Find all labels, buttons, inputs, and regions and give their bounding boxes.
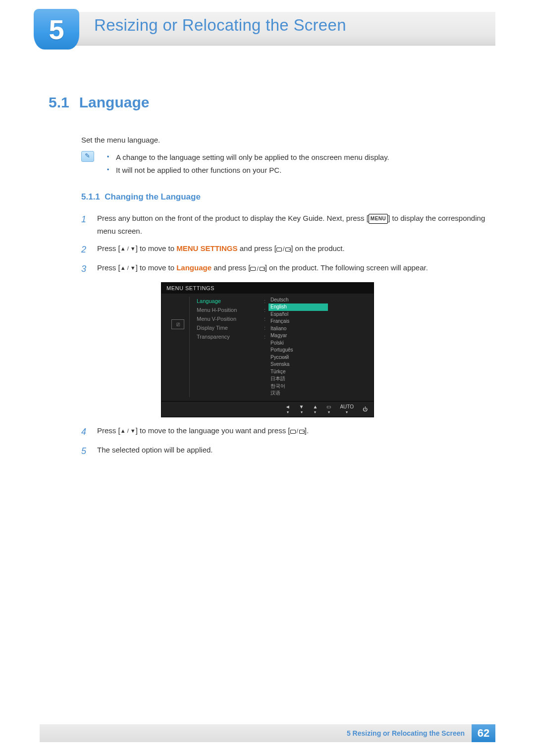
osd-nav-power-icon: ⏻ [363,406,368,412]
osd-language-option: 日本語 [268,375,328,383]
subsection-number: 5.1.1 [81,192,100,202]
step-2: 2 Press [▲ / ▼] to move to MENU SETTINGS… [81,242,486,258]
note-block: A change to the language setting will on… [81,151,486,176]
osd-menu-item: Transparency: [195,332,268,341]
steps-list: 1 Press any button on the front of the p… [81,212,486,277]
osd-language-option: Polski [268,340,328,347]
osd-language-option: Svenska [268,361,328,368]
chapter-number-badge: 5 [34,9,79,50]
osd-title: MENU SETTINGS [161,283,374,294]
page-number: 62 [472,724,495,742]
osd-nav-down-icon: ▼▾ [299,404,304,414]
osd-nav-enter-icon: ▭▾ [326,404,331,414]
footer-bar: 5 Resizing or Relocating the Screen 62 [40,724,495,742]
osd-category-icon: ⎚ [171,319,184,329]
osd-language-option: Français [268,318,328,325]
menu-button-icon: MENU [369,214,388,224]
osd-menu-column: Language:Menu H-Position:Menu V-Position… [189,297,268,397]
source-enter-icon: / [276,244,291,254]
source-enter-icon: / [290,426,305,437]
steps-list-cont: 4 Press [▲ / ▼] to move to the language … [81,424,486,459]
osd-language-option: Русский [268,354,328,361]
osd-menu-item: Display Time: [195,323,268,332]
chapter-title: Resizing or Relocating the Screen [94,16,346,35]
note-item: A change to the language setting will on… [107,151,389,164]
osd-language-column: DeutschEnglishEspañolFrançaisItalianoMag… [268,297,328,397]
section-number: 5.1 [49,94,69,110]
osd-language-option: Türkçe [268,368,328,376]
osd-panel: MENU SETTINGS ⎚ Language:Menu H-Position… [161,282,374,417]
page-content: 5.1Language Set the menu language. A cha… [49,94,486,463]
osd-nav-back-icon: ◄▾ [285,404,290,414]
up-down-icon: ▲ / ▼ [120,244,136,253]
osd-screenshot: MENU SETTINGS ⎚ Language:Menu H-Position… [49,282,486,417]
intro-text: Set the menu language. [81,136,486,144]
osd-language-option: English [268,303,328,311]
step-5: 5 The selected option will be applied. [81,444,486,459]
osd-language-option: Português [268,347,328,354]
note-item: It will not be applied to other function… [107,164,389,177]
osd-nav-auto: AUTO▾ [340,404,354,414]
osd-nav-up-icon: ▲▾ [313,404,318,414]
osd-language-option: Deutsch [268,297,328,304]
section-heading: 5.1Language [49,94,486,111]
footer-title: 5 Resizing or Relocating the Screen [347,729,472,737]
osd-bottom-bar: ◄▾ ▼▾ ▲▾ ▭▾ AUTO▾ ⏻ [161,401,374,417]
chapter-number: 5 [49,13,64,46]
step-1: 1 Press any button on the front of the p… [81,212,486,238]
subsection-heading: 5.1.1 Changing the Language [81,192,486,202]
step-4: 4 Press [▲ / ▼] to move to the language … [81,424,486,440]
step-3: 3 Press [▲ / ▼] to move to Language and … [81,261,486,277]
osd-language-option: Español [268,311,328,318]
up-down-icon: ▲ / ▼ [120,263,136,273]
note-list: A change to the language setting will on… [107,151,389,176]
osd-menu-item: Language: [195,297,268,305]
osd-menu-item: Menu H-Position: [195,305,268,314]
osd-language-option: Italiano [268,325,328,333]
section-title: Language [79,94,150,110]
source-enter-icon: / [250,264,265,274]
osd-language-option: 汉语 [268,390,328,397]
note-icon [81,151,94,162]
osd-language-option: 한국어 [268,383,328,390]
osd-language-option: Magyar [268,332,328,340]
up-down-icon: ▲ / ▼ [120,426,136,436]
subsection-title: Changing the Language [105,192,201,202]
osd-menu-item: Menu V-Position: [195,314,268,323]
